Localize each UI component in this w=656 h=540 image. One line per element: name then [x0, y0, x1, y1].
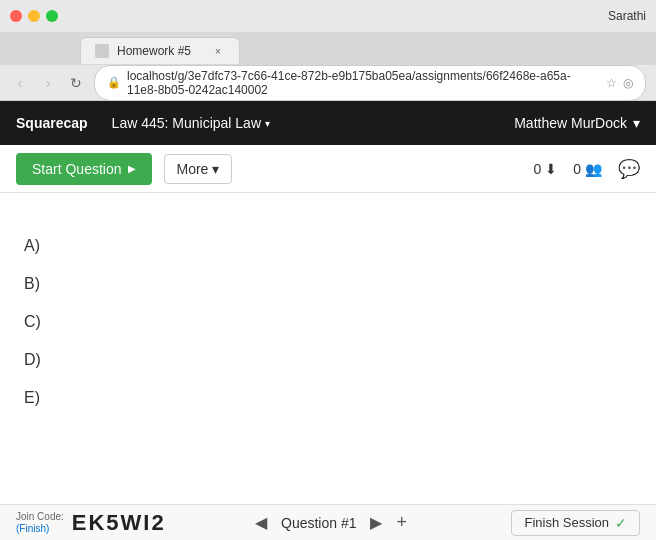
- forward-button[interactable]: ›: [38, 73, 58, 93]
- join-code-info: Join Code: (Finish): [16, 511, 64, 534]
- user-name-label: Matthew MurDock: [514, 115, 627, 131]
- bottom-bar: Join Code: (Finish) EK5WI2 ◀ Question #1…: [0, 504, 656, 540]
- play-icon: ▶: [128, 163, 136, 174]
- prev-question-button[interactable]: ◀: [249, 509, 273, 536]
- user-menu[interactable]: Matthew MurDock ▾: [514, 115, 640, 131]
- tab-label: Homework #5: [117, 44, 191, 58]
- close-window-button[interactable]: [10, 10, 22, 22]
- downloads-stat: 0 ⬇: [533, 161, 557, 177]
- option-c-label: C): [24, 313, 41, 330]
- option-a-label: A): [24, 237, 40, 254]
- finish-session-button[interactable]: Finish Session ✓: [511, 510, 640, 536]
- option-e-label: E): [24, 389, 40, 406]
- option-d-label: D): [24, 351, 41, 368]
- download-icon: ⬇: [545, 161, 557, 177]
- user-menu-arrow-icon: ▾: [633, 115, 640, 131]
- lock-icon: 🔒: [107, 76, 121, 89]
- tab-favicon: [95, 44, 109, 58]
- question-label: Question #1: [281, 515, 357, 531]
- finish-session-label: Finish Session: [524, 515, 609, 530]
- more-label: More: [177, 161, 209, 177]
- toolbar: Start Question ▶ More ▾ 0 ⬇ 0 👥 💬: [0, 145, 656, 193]
- back-button[interactable]: ‹: [10, 73, 30, 93]
- users-icon: 👥: [585, 161, 602, 177]
- fullscreen-window-button[interactable]: [46, 10, 58, 22]
- start-question-button[interactable]: Start Question ▶: [16, 153, 152, 185]
- address-bar: ‹ › ↻ 🔒 localhost/g/3e7dfc73-7c66-41ce-8…: [0, 65, 656, 101]
- title-bar: Homework #5 × Sarathi: [0, 0, 656, 32]
- chat-button[interactable]: 💬: [618, 158, 640, 180]
- next-question-button[interactable]: ▶: [364, 509, 388, 536]
- more-dropdown-icon: ▾: [212, 161, 219, 177]
- browser-profile: Sarathi: [608, 9, 646, 23]
- finish-link[interactable]: (Finish): [16, 523, 49, 534]
- tab-close-button[interactable]: ×: [211, 44, 225, 58]
- bookmark-icon[interactable]: ☆: [606, 76, 617, 90]
- reload-button[interactable]: ↻: [66, 73, 86, 93]
- url-bar[interactable]: 🔒 localhost/g/3e7dfc73-7c66-41ce-872b-e9…: [94, 65, 646, 101]
- answer-option-e: E): [24, 385, 632, 411]
- course-dropdown-icon: ▾: [265, 118, 270, 129]
- downloads-count: 0: [533, 161, 541, 177]
- users-stat: 0 👥: [573, 161, 602, 177]
- join-code-value: EK5WI2: [72, 510, 166, 536]
- join-code-section: Join Code: (Finish) EK5WI2: [16, 510, 166, 536]
- url-text: localhost/g/3e7dfc73-7c66-41ce-872b-e9b1…: [127, 69, 600, 97]
- tab-bar: Homework #5 ×: [0, 32, 656, 64]
- url-actions: ☆ ◎: [606, 76, 633, 90]
- chat-icon: 💬: [618, 159, 640, 179]
- finish-check-icon: ✓: [615, 515, 627, 531]
- question-nav: ◀ Question #1 ▶ +: [249, 509, 407, 536]
- extension-icon[interactable]: ◎: [623, 76, 633, 90]
- more-button[interactable]: More ▾: [164, 154, 233, 184]
- answer-option-c: C): [24, 309, 632, 335]
- answer-option-b: B): [24, 271, 632, 297]
- browser-tab[interactable]: Homework #5 ×: [80, 37, 240, 64]
- app-header: Squarecap Law 445: Municipal Law ▾ Matth…: [0, 101, 656, 145]
- app-logo: Squarecap: [16, 115, 88, 131]
- answer-options: A) B) C) D) E): [24, 233, 632, 411]
- browser-chrome: Homework #5 × Sarathi: [0, 0, 656, 33]
- course-selector[interactable]: Law 445: Municipal Law ▾: [112, 115, 270, 131]
- traffic-lights: [10, 10, 58, 22]
- course-name-label: Law 445: Municipal Law: [112, 115, 261, 131]
- toolbar-stats: 0 ⬇ 0 👥 💬: [533, 158, 640, 180]
- answer-option-d: D): [24, 347, 632, 373]
- users-count: 0: [573, 161, 581, 177]
- start-question-label: Start Question: [32, 161, 122, 177]
- main-content: A) B) C) D) E): [0, 193, 656, 513]
- minimize-window-button[interactable]: [28, 10, 40, 22]
- join-code-label: Join Code:: [16, 511, 64, 523]
- option-b-label: B): [24, 275, 40, 292]
- answer-option-a: A): [24, 233, 632, 259]
- add-question-button[interactable]: +: [396, 512, 407, 533]
